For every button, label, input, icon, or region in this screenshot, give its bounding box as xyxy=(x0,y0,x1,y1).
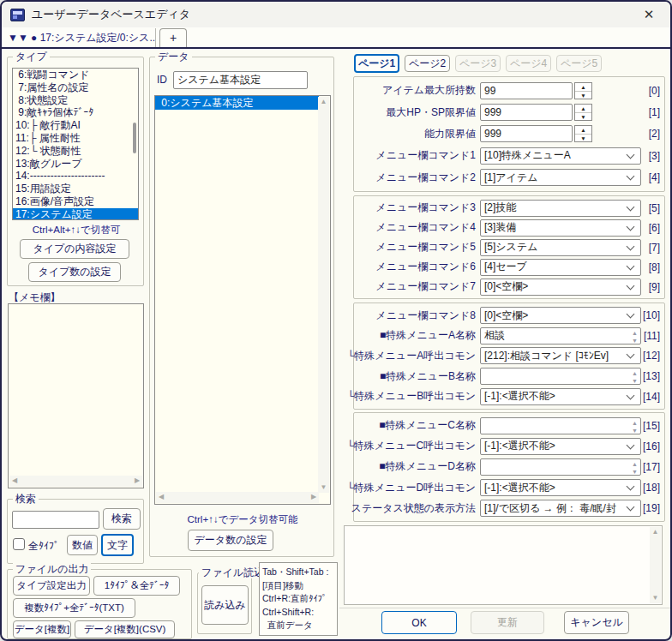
type-list-item[interactable]: 14:---------------------- xyxy=(13,170,138,183)
field-text-input[interactable]: ▲▼ xyxy=(480,417,641,434)
data-group-label: データ xyxy=(155,51,192,63)
document-tab[interactable]: ▼▼ ● 17:システム設定/0:シス.. xyxy=(2,28,156,47)
close-icon[interactable]: ✕ xyxy=(639,5,658,24)
text-spin-arrows[interactable]: ▲▼ xyxy=(632,419,638,434)
search-numeric-button[interactable]: 数値 xyxy=(67,535,98,555)
type-list-scrollbar[interactable] xyxy=(133,123,136,153)
field-number-input[interactable]: 999 xyxy=(480,104,573,121)
spinner-buttons[interactable]: ▲▼ xyxy=(574,82,592,99)
field-combobox[interactable]: [-1]:<選択不能> xyxy=(480,479,641,496)
data-count-settings-button[interactable]: データ数の設定 xyxy=(188,530,273,551)
load-button[interactable]: 読み込み xyxy=(201,585,249,625)
file-output-button[interactable]: 複数ﾀｲﾌﾟ+全ﾃﾞｰﾀ(TXT) xyxy=(13,598,135,618)
type-list-item[interactable]: 12:└ 状態耐性 xyxy=(13,145,138,158)
field-combobox[interactable]: [0]<空欄> xyxy=(480,307,641,324)
field-combobox[interactable]: [5]システム xyxy=(480,239,641,256)
page-tab[interactable]: ページ2 xyxy=(405,55,450,72)
scroll-down-icon[interactable]: ▼ xyxy=(318,482,329,493)
field-number-input[interactable]: 99 xyxy=(480,82,573,99)
spinner-buttons[interactable]: ▲▼ xyxy=(574,104,592,121)
field-combobox[interactable]: [212]:相談コマンド [ｺﾓﾝEv] xyxy=(480,347,641,364)
ok-button[interactable]: OK xyxy=(381,611,457,634)
type-list[interactable]: 6:戦闘コマンド 7:属性名の設定 8:状態設定 9:敵ｷｬﾗ個体ﾃﾞｰﾀ10:… xyxy=(12,68,139,220)
all-type-checkbox[interactable] xyxy=(13,538,25,550)
type-count-settings-button[interactable]: タイプ数の設定 xyxy=(28,262,121,282)
spin-up-icon[interactable]: ▲ xyxy=(575,83,591,92)
text-spin-arrows[interactable]: ▲▼ xyxy=(632,460,638,476)
file-output-button[interactable]: タイプ設定出力 xyxy=(13,576,90,596)
scroll-up-icon[interactable]: ▲ xyxy=(650,527,661,537)
memo-hscrollbar[interactable]: ◀ ▶ xyxy=(9,476,142,487)
type-list-item[interactable]: 11:├ 属性耐性 xyxy=(13,132,138,145)
memo-textarea[interactable]: ◀ ▶ xyxy=(8,303,144,488)
scroll-right-icon[interactable]: ▶ xyxy=(132,476,142,486)
field-combobox[interactable]: [1]アイテム xyxy=(480,169,641,186)
search-input[interactable] xyxy=(12,511,99,529)
search-text-button[interactable]: 文字 xyxy=(101,534,134,556)
field-combobox[interactable]: [-1]:<選択不能> xyxy=(480,438,641,455)
field-combobox[interactable]: [10]特殊メニューA xyxy=(480,147,641,165)
cancel-button[interactable]: キャンセル xyxy=(564,611,629,634)
field-text-input[interactable]: ▲▼ xyxy=(480,368,641,385)
spinner-buttons[interactable]: ▲▼ xyxy=(574,125,592,142)
update-button[interactable]: 更新 xyxy=(471,611,544,634)
field-label-text: └特殊メニューB呼出コモン xyxy=(347,390,476,403)
type-list-item[interactable]: 10:├ 敵行動AI xyxy=(13,119,138,132)
spin-down-icon[interactable]: ▼ xyxy=(632,427,638,434)
type-list-item[interactable]: 17:システム設定 xyxy=(13,208,138,220)
field-spinner: 999▲▼ xyxy=(480,104,592,121)
scroll-up-icon[interactable]: ▲ xyxy=(318,97,329,107)
type-list-item[interactable]: 7:属性名の設定 xyxy=(13,81,138,94)
type-list-item[interactable]: 9:敵ｷｬﾗ個体ﾃﾞｰﾀ xyxy=(13,106,138,119)
text-spin-arrows[interactable]: ▲▼ xyxy=(632,329,638,344)
type-list-item[interactable]: 15:用語設定 xyxy=(13,183,138,195)
type-list-item[interactable]: 8:状態設定 xyxy=(13,94,138,107)
data-list-vscrollbar[interactable]: ▲ ▼ xyxy=(318,97,329,493)
spin-down-icon[interactable]: ▼ xyxy=(575,113,591,121)
file-output-button[interactable]: データ[複数](CSV) xyxy=(75,620,175,638)
type-content-settings-button[interactable]: タイプの内容設定 xyxy=(20,239,129,259)
field-number-input[interactable]: 999 xyxy=(480,125,573,142)
field-text-input[interactable]: 相談▲▼ xyxy=(480,327,641,344)
spin-up-icon[interactable]: ▲ xyxy=(632,419,638,427)
spin-up-icon[interactable]: ▲ xyxy=(575,126,591,135)
field-label: ■特殊メニューC名称 xyxy=(357,419,477,432)
scroll-down-icon[interactable]: ▼ xyxy=(650,593,661,603)
spin-up-icon[interactable]: ▲ xyxy=(632,369,638,377)
spin-up-icon[interactable]: ▲ xyxy=(632,460,638,468)
scroll-left-icon[interactable]: ◀ xyxy=(9,476,20,486)
display-vscrollbar[interactable]: ▲ ▼ xyxy=(650,527,661,603)
field-label-text: ■特殊メニューA名称 xyxy=(380,329,476,342)
document-tab-label: ▼▼ ● 17:システム設定/0:シス.. xyxy=(8,31,155,45)
field-combobox[interactable]: [1]/で区切る → 例： 毒/眠/封 xyxy=(480,500,641,517)
data-list[interactable]: 0:システム基本設定 ▲ ▼ ◀ ▶ xyxy=(154,95,331,505)
text-spin-arrows[interactable]: ▲▼ xyxy=(632,369,638,385)
data-id-input[interactable]: システム基本設定 xyxy=(173,71,308,89)
spin-down-icon[interactable]: ▼ xyxy=(632,337,638,344)
spin-up-icon[interactable]: ▲ xyxy=(632,329,638,337)
data-list-hscrollbar[interactable]: ◀ ▶ xyxy=(156,492,319,503)
file-output-button[interactable]: データ[複数] xyxy=(13,620,71,638)
file-output-button[interactable]: 1ﾀｲﾌﾟ＆全ﾃﾞｰﾀ xyxy=(93,576,180,596)
field-combobox[interactable]: [2]技能 xyxy=(480,200,641,217)
scroll-left-icon[interactable]: ◀ xyxy=(156,492,166,502)
spin-down-icon[interactable]: ▼ xyxy=(575,135,591,142)
scroll-right-icon[interactable]: ▶ xyxy=(309,492,319,502)
add-tab-button[interactable]: + xyxy=(159,28,187,47)
type-list-item[interactable]: 13:敵グループ xyxy=(13,158,138,171)
field-combobox[interactable]: [-1]:<選択不能> xyxy=(480,388,641,405)
type-list-item[interactable]: 16:画像/音声設定 xyxy=(13,195,138,208)
spin-down-icon[interactable]: ▼ xyxy=(575,92,591,99)
page-tab[interactable]: ページ1 xyxy=(354,54,399,73)
field-combobox[interactable]: [0]<空欄> xyxy=(480,279,641,296)
field-combobox[interactable]: [3]装備 xyxy=(480,219,641,237)
field-combobox[interactable]: [4]セーブ xyxy=(480,259,641,276)
spin-down-icon[interactable]: ▼ xyxy=(632,468,638,476)
search-button[interactable]: 検索 xyxy=(103,508,141,530)
data-list-item[interactable]: 0:システム基本設定 xyxy=(155,96,319,110)
spin-down-icon[interactable]: ▼ xyxy=(632,377,638,385)
value-memo-display[interactable]: ▲ ▼ xyxy=(344,525,663,605)
spin-up-icon[interactable]: ▲ xyxy=(575,105,591,113)
field-text-input[interactable]: ▲▼ xyxy=(480,458,641,476)
type-list-item[interactable]: 6:戦闘コマンド xyxy=(13,69,138,81)
